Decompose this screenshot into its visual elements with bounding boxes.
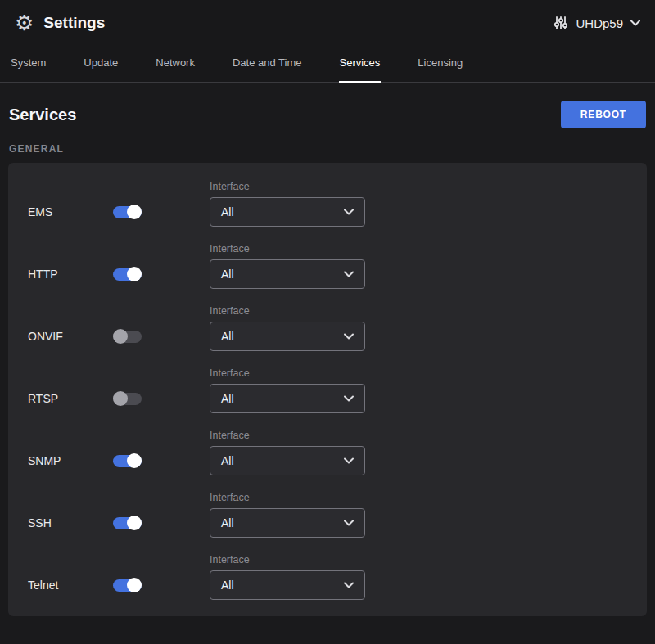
toggle-ssh[interactable]: [113, 517, 142, 529]
settings-page: { "header": { "title": "Settings", "devi…: [0, 0, 655, 644]
toggle-rtsp[interactable]: [113, 393, 142, 405]
toggle-knob: [127, 578, 142, 592]
interface-value: All: [221, 205, 234, 218]
app-header: ⚙ Settings UHDp59: [0, 0, 655, 46]
chevron-down-icon: [344, 395, 354, 402]
interface-label: Interface: [210, 430, 365, 441]
toggle-ems[interactable]: [113, 206, 142, 218]
tab-update[interactable]: Update: [83, 46, 119, 83]
service-row-ssh: SSH Interface All: [28, 492, 627, 538]
service-row-snmp: SNMP Interface All: [28, 430, 627, 475]
interface-label: Interface: [210, 492, 365, 503]
toggle-knob: [127, 453, 142, 468]
toggle-snmp[interactable]: [113, 455, 142, 467]
service-label: SSH: [28, 508, 113, 538]
tab-date-and-time[interactable]: Date and Time: [232, 46, 303, 83]
interface-select-ssh[interactable]: All: [210, 508, 365, 538]
services-card: EMS Interface All HTTP Interface All ONV…: [8, 163, 647, 616]
toggle-knob: [113, 329, 128, 344]
interface-label: Interface: [210, 305, 365, 317]
toggle-knob: [113, 391, 128, 406]
service-row-ems: EMS Interface All: [28, 181, 627, 227]
page-head: Services REBOOT: [0, 101, 655, 128]
interface-select-rtsp[interactable]: All: [210, 384, 365, 413]
sliders-icon: [553, 16, 568, 30]
service-label: Telnet: [28, 570, 113, 600]
service-label: EMS: [28, 197, 113, 227]
chevron-down-icon: [344, 333, 354, 340]
interface-value: All: [221, 268, 234, 281]
interface-label: Interface: [210, 554, 365, 565]
reboot-button[interactable]: REBOOT: [561, 101, 646, 128]
interface-label: Interface: [210, 367, 365, 379]
chevron-down-icon: [344, 271, 354, 277]
chevron-down-icon: [630, 20, 640, 26]
settings-gear-icon: ⚙: [15, 12, 34, 34]
tab-network[interactable]: Network: [155, 46, 196, 83]
interface-value: All: [221, 516, 234, 529]
interface-label: Interface: [210, 181, 365, 192]
app-title: Settings: [43, 14, 105, 32]
toggle-knob: [127, 516, 142, 530]
service-row-http: HTTP Interface All: [28, 243, 627, 289]
tab-services[interactable]: Services: [339, 46, 382, 83]
toggle-knob: [127, 205, 142, 219]
service-label: RTSP: [28, 384, 113, 413]
tab-licensing[interactable]: Licensing: [417, 46, 463, 83]
header-left: ⚙ Settings: [15, 12, 105, 34]
interface-label: Interface: [210, 243, 365, 254]
chevron-down-icon: [344, 520, 354, 526]
interface-select-ems[interactable]: All: [210, 197, 365, 227]
service-row-onvif: ONVIF Interface All: [28, 305, 627, 351]
interface-select-snmp[interactable]: All: [210, 446, 365, 475]
toggle-http[interactable]: [113, 268, 142, 281]
settings-tabs: System Update Network Date and Time Serv…: [0, 46, 655, 83]
tab-system[interactable]: System: [10, 46, 47, 83]
service-row-telnet: Telnet Interface All: [28, 554, 627, 600]
toggle-onvif[interactable]: [113, 331, 142, 343]
page-title: Services: [9, 106, 76, 124]
chevron-down-icon: [344, 457, 354, 464]
device-name: UHDp59: [576, 16, 623, 30]
service-row-rtsp: RTSP Interface All: [28, 367, 627, 413]
service-label: HTTP: [28, 259, 113, 289]
device-selector[interactable]: UHDp59: [553, 16, 640, 30]
toggle-telnet[interactable]: [113, 579, 142, 592]
chevron-down-icon: [344, 582, 354, 588]
interface-value: All: [221, 579, 234, 592]
service-label: SNMP: [28, 446, 113, 475]
interface-select-telnet[interactable]: All: [210, 570, 365, 600]
interface-value: All: [221, 392, 234, 405]
toggle-knob: [127, 267, 142, 281]
service-label: ONVIF: [28, 322, 113, 351]
interface-value: All: [221, 330, 234, 343]
interface-select-onvif[interactable]: All: [210, 322, 365, 351]
general-section-label: GENERAL: [0, 143, 655, 155]
chevron-down-icon: [344, 209, 354, 215]
interface-value: All: [221, 454, 234, 467]
interface-select-http[interactable]: All: [210, 259, 365, 289]
